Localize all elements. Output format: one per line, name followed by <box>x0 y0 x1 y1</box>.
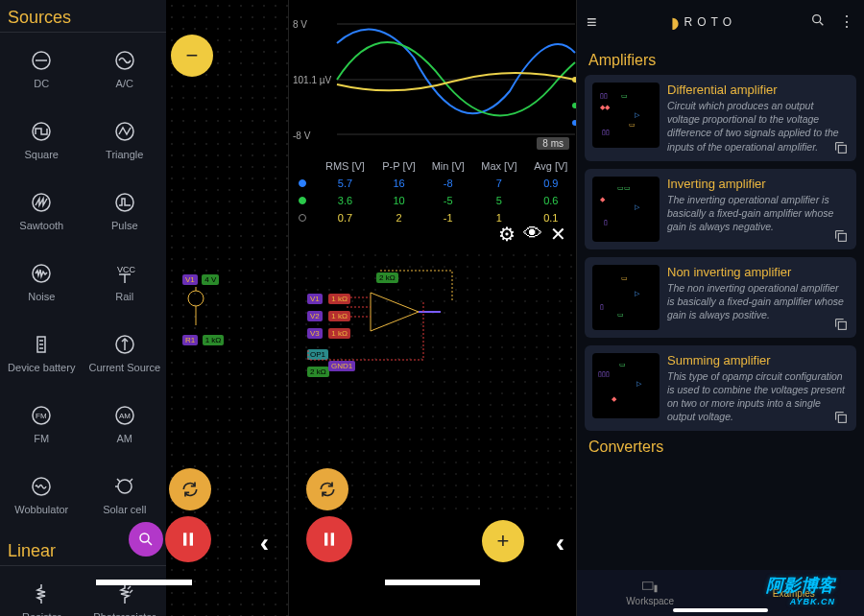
home-indicator-left <box>96 580 192 585</box>
copy-icon[interactable] <box>833 140 849 155</box>
svg-rect-44 <box>331 533 334 545</box>
logo-mark-icon: ◗ <box>671 13 679 32</box>
topbar: ≡ ◗ ROTO ⋮ <box>577 0 864 44</box>
home-indicator-right <box>673 608 768 612</box>
comp-square[interactable]: Square <box>0 104 84 175</box>
category-amplifiers-title: Amplifiers <box>577 44 864 75</box>
section-sources-title: Sources <box>0 0 166 33</box>
chart-plot <box>289 0 577 154</box>
home-indicator-center <box>385 580 480 585</box>
svg-point-32 <box>140 533 149 542</box>
search-fab[interactable] <box>129 522 163 557</box>
svg-point-21 <box>33 478 50 495</box>
comp-device-battery[interactable]: Device battery <box>0 317 84 388</box>
minus-button[interactable]: − <box>171 35 213 77</box>
example-cards: ▯▯▭ ◆◆▷ ▯▯▭ Differential amplifier Circu… <box>577 75 864 431</box>
time-scale-badge[interactable]: 8 ms <box>537 137 569 150</box>
series-dot-yellow <box>299 214 306 222</box>
svg-text:VCC: VCC <box>117 265 136 274</box>
close-icon[interactable]: ✕ <box>550 223 566 246</box>
settings-icon[interactable]: ⚙ <box>498 223 516 246</box>
table-row: 5.7 16 -8 7 0.9 <box>289 175 576 192</box>
tab-workspace[interactable]: Workspace <box>626 580 674 606</box>
comp-photoresistor[interactable]: Photoresistor <box>84 566 167 616</box>
card-summing[interactable]: ▭▯▯▯ ▷◆ Summing amplifier This type of o… <box>585 345 856 432</box>
svg-text:AM: AM <box>119 412 131 420</box>
sync-button-center[interactable] <box>306 468 348 510</box>
comp-rail[interactable]: VCCRail <box>84 246 167 317</box>
pause-button-center[interactable] <box>306 516 352 562</box>
comp-dc[interactable]: DC <box>0 33 84 104</box>
svg-rect-47 <box>838 145 846 153</box>
add-button[interactable]: + <box>482 520 524 562</box>
comp-solar-cell[interactable]: Solar cell <box>84 459 167 530</box>
card-inverting[interactable]: ▭▭◆ ▷▯ Inverting amplifier The inverting… <box>585 169 856 249</box>
more-icon[interactable]: ⋮ <box>839 12 854 32</box>
series-dot-green <box>299 197 306 204</box>
card-thumb: ▭▯▯▯ ▷◆ <box>592 353 660 418</box>
comp-resistor[interactable]: Resistor <box>0 566 84 616</box>
table-row: 3.6 10 -5 5 0.6 <box>289 192 576 209</box>
copy-icon[interactable] <box>833 317 849 332</box>
workspace-icon <box>641 580 659 594</box>
svg-point-29 <box>188 291 204 306</box>
svg-rect-50 <box>838 415 846 423</box>
svg-line-27 <box>130 590 132 593</box>
svg-line-23 <box>117 479 120 482</box>
sync-button-left[interactable] <box>169 468 211 510</box>
category-converters-title: Converters <box>577 431 864 462</box>
card-thumb: ▯▯▭ ◆◆▷ ▯▯▭ <box>592 83 660 148</box>
back-button-left[interactable]: ‹ <box>260 528 269 558</box>
copy-icon[interactable] <box>833 228 849 244</box>
pause-icon <box>320 530 339 549</box>
svg-line-33 <box>148 541 152 545</box>
series-dot-blue <box>299 179 306 187</box>
measurement-table: RMS [V] P-P [V] Min [V] Max [V] Avg [V] … <box>289 157 576 226</box>
copy-icon[interactable] <box>833 410 849 425</box>
svg-rect-43 <box>324 533 327 545</box>
comp-pulse[interactable]: Pulse <box>84 175 167 246</box>
comp-noise[interactable]: Noise <box>0 246 84 317</box>
svg-line-46 <box>820 22 823 25</box>
svg-text:FM: FM <box>36 412 47 420</box>
tab-examples[interactable]: Examples <box>773 588 815 599</box>
card-thumb: ▭▭◆ ▷▯ <box>592 177 660 242</box>
svg-rect-51 <box>643 581 654 589</box>
pause-button-left[interactable] <box>165 516 211 562</box>
svg-rect-48 <box>838 233 846 241</box>
app-logo: ◗ ROTO <box>671 13 736 32</box>
svg-rect-52 <box>655 584 658 592</box>
svg-line-24 <box>130 479 132 482</box>
comp-triangle[interactable]: Triangle <box>84 104 167 175</box>
left-circuit[interactable]: V1 4 V R1 1 kΩ <box>182 269 269 336</box>
search-icon[interactable] <box>810 12 826 32</box>
svg-point-45 <box>813 15 821 23</box>
svg-rect-49 <box>838 321 846 329</box>
sync-icon <box>180 480 200 499</box>
svg-rect-34 <box>183 533 186 545</box>
magnifier-icon <box>137 531 155 548</box>
oscilloscope-chart[interactable]: 8 V 101.1 µV -8 V 8 ms <box>289 0 577 154</box>
menu-icon[interactable]: ≡ <box>587 12 597 33</box>
sources-grid: DC A/C Square Triangle Sawtooth Pulse No… <box>0 33 166 530</box>
comp-fm[interactable]: FMFM <box>0 388 84 459</box>
svg-line-26 <box>128 586 131 589</box>
back-button-center[interactable]: ‹ <box>556 528 564 558</box>
comp-wobbulator[interactable]: Wobbulator <box>0 459 84 530</box>
sync-icon <box>318 480 337 499</box>
card-thumb: ▭▷ ▯▭ <box>592 265 660 330</box>
visibility-icon[interactable]: 👁 <box>523 223 542 246</box>
pause-icon <box>179 530 198 549</box>
comp-sawtooth[interactable]: Sawtooth <box>0 175 84 246</box>
comp-current-source[interactable]: Current Source <box>84 317 167 388</box>
comp-ac[interactable]: A/C <box>84 33 167 104</box>
linear-grid: Resistor Photoresistor NTC Thermistor Po… <box>0 566 166 616</box>
svg-point-22 <box>118 480 132 493</box>
svg-rect-35 <box>190 533 193 545</box>
card-differential[interactable]: ▯▯▭ ◆◆▷ ▯▯▭ Differential amplifier Circu… <box>585 75 856 161</box>
circuit-wires <box>289 249 471 374</box>
comp-am[interactable]: AMAM <box>84 388 167 459</box>
card-noninverting[interactable]: ▭▷ ▯▭ Non inverting amplifier The non in… <box>585 257 856 338</box>
